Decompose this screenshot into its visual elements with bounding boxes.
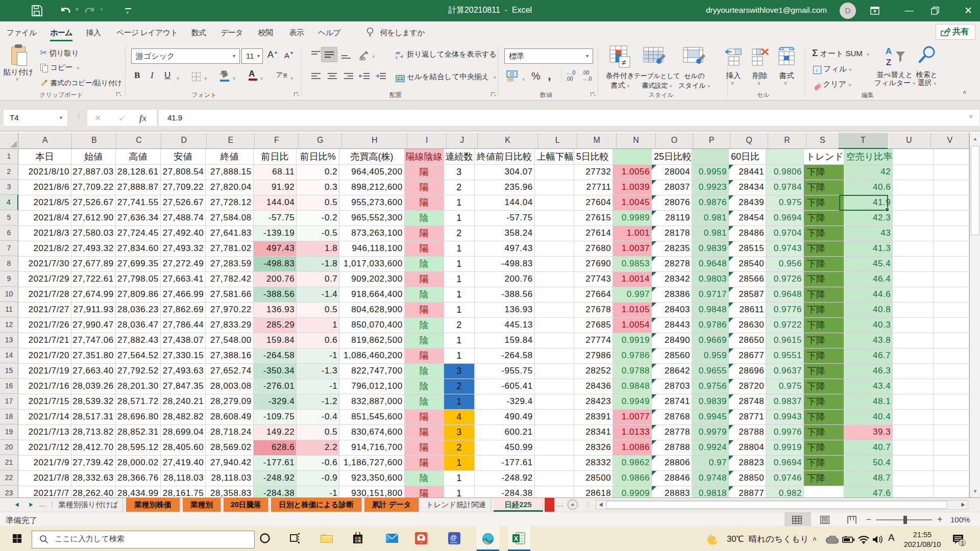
svg-text:c: c xyxy=(396,55,398,59)
svg-text:ab: ab xyxy=(359,55,365,61)
svg-text:menu: menu xyxy=(450,541,457,544)
svg-text:ab: ab xyxy=(396,51,400,55)
svg-text:X: X xyxy=(514,535,518,542)
svg-text:1: 1 xyxy=(961,540,964,546)
svg-text:≠: ≠ xyxy=(622,58,626,67)
